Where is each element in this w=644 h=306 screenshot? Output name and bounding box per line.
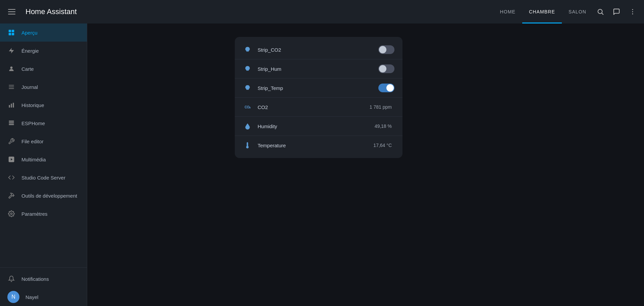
chat-button[interactable] (609, 4, 624, 19)
sidebar-item-label: Énergie (21, 48, 39, 54)
hammer-icon (7, 192, 15, 200)
bulb-icon-strip-hum (243, 64, 252, 73)
sidebar-item-label: Historique (21, 102, 44, 108)
menu-button[interactable] (0, 0, 23, 23)
main-layout: Aperçu Énergie Carte Journal (0, 23, 644, 306)
bulb-icon-strip-temp (243, 83, 252, 93)
sidebar-divider (0, 267, 87, 268)
sidebar-item-label: Studio Code Server (21, 175, 65, 181)
svg-point-4 (632, 13, 633, 14)
sensor-row-co2: CO₂ CO2 1 781 ppm (235, 98, 402, 117)
sidebar-item-label: File editor (21, 139, 44, 144)
sidebar-item-journal[interactable]: Journal (0, 78, 87, 96)
svg-rect-6 (12, 30, 14, 32)
esphome-icon (7, 119, 15, 127)
sensor-value-co2: 1 781 ppm (370, 104, 392, 110)
person-icon (7, 65, 15, 73)
bolt-icon (7, 47, 15, 55)
more-options-button[interactable] (625, 4, 640, 19)
sidebar-item-energie[interactable]: Énergie (0, 42, 87, 60)
sidebar-item-studio-code-server[interactable]: Studio Code Server (0, 168, 87, 187)
hamburger-icon (8, 9, 15, 14)
co2-icon: CO₂ (243, 102, 252, 112)
sensor-name-strip-co2: Strip_CO2 (258, 47, 373, 53)
svg-line-1 (602, 13, 603, 14)
svg-rect-16 (13, 103, 14, 107)
topbar-actions (593, 4, 644, 19)
svg-point-0 (598, 9, 602, 14)
code-icon (7, 173, 15, 182)
toggle-strip-temp[interactable] (378, 84, 394, 92)
sensor-row-strip-hum: Strip_Hum (235, 59, 402, 79)
app-title: Home Assistant (23, 7, 493, 16)
svg-rect-17 (9, 121, 14, 122)
sidebar-item-carte[interactable]: Carte (0, 60, 87, 78)
tab-chambre[interactable]: CHAMBRE (522, 0, 562, 23)
sidebar-item-parametres[interactable]: Paramètres (0, 205, 87, 223)
sidebar-item-label: Aperçu (21, 30, 38, 36)
thermometer-icon (243, 141, 252, 150)
user-avatar: N (7, 291, 19, 303)
drop-icon (243, 121, 252, 131)
sensor-row-humidity: Humidity 49,18 % (235, 117, 402, 136)
sensor-value-humidity: 49,18 % (375, 123, 392, 129)
sensor-row-strip-temp: Strip_Temp (235, 79, 402, 98)
sidebar-item-historique[interactable]: Historique (0, 96, 87, 114)
sidebar-item-outils[interactable]: Outils de développement (0, 187, 87, 205)
svg-point-2 (632, 9, 633, 10)
chart-icon (7, 101, 15, 109)
sensor-name-temperature: Temperature (258, 143, 368, 148)
sidebar-item-notifications[interactable]: Notifications (0, 270, 87, 288)
wrench-icon (7, 137, 15, 145)
svg-point-10 (10, 66, 13, 69)
sidebar: Aperçu Énergie Carte Journal (0, 23, 87, 306)
svg-rect-15 (11, 104, 12, 108)
sidebar-item-label: Journal (21, 84, 38, 90)
bulb-icon-strip-co2 (243, 45, 252, 54)
sidebar-item-label: ESPHome (21, 120, 45, 126)
svg-rect-8 (12, 33, 14, 35)
sidebar-item-label: Paramètres (21, 211, 48, 217)
toggle-strip-hum[interactable] (378, 64, 394, 73)
svg-rect-19 (9, 124, 14, 125)
topbar-tabs: HOME CHAMBRE SALON (493, 0, 593, 23)
sidebar-item-esphome[interactable]: ESPHome (0, 114, 87, 132)
sensor-value-temperature: 17,64 °C (373, 143, 392, 148)
svg-rect-18 (9, 122, 14, 123)
sidebar-item-label: Outils de développement (21, 193, 77, 199)
sidebar-item-multimedia[interactable]: Multimédia (0, 150, 87, 168)
topbar: Home Assistant HOME CHAMBRE SALON (0, 0, 644, 23)
sidebar-item-label: Multimédia (21, 157, 46, 162)
grid-icon (7, 29, 15, 37)
list-icon (7, 83, 15, 91)
svg-marker-9 (9, 48, 14, 54)
sidebar-user[interactable]: N Nayel (0, 288, 87, 306)
sidebar-item-apercu[interactable]: Aperçu (0, 23, 87, 42)
sensor-card: Strip_CO2 Strip_Hum (235, 37, 402, 158)
play-icon (7, 155, 15, 163)
tab-home[interactable]: HOME (493, 0, 522, 23)
sensor-name-humidity: Humidity (258, 123, 369, 129)
sensor-row-temperature: Temperature 17,64 °C (235, 136, 402, 155)
sensor-name-strip-temp: Strip_Temp (258, 85, 373, 91)
main-content: Strip_CO2 Strip_Hum (87, 23, 644, 306)
svg-point-3 (632, 11, 633, 12)
svg-rect-14 (9, 105, 10, 108)
tab-salon[interactable]: SALON (562, 0, 593, 23)
user-name: Nayel (25, 294, 38, 300)
svg-point-22 (11, 213, 12, 215)
sensor-name-co2: CO2 (258, 104, 364, 110)
sidebar-item-file-editor[interactable]: File editor (0, 132, 87, 150)
svg-rect-5 (9, 30, 11, 32)
sidebar-item-label: Notifications (21, 276, 49, 282)
gear-icon (7, 210, 15, 218)
sensor-row-strip-co2: Strip_CO2 (235, 40, 402, 59)
toggle-strip-co2[interactable] (378, 45, 394, 54)
sensor-name-strip-hum: Strip_Hum (258, 66, 373, 72)
svg-rect-7 (9, 33, 11, 35)
sidebar-item-label: Carte (21, 66, 34, 72)
search-button[interactable] (593, 4, 608, 19)
bell-icon (7, 275, 15, 283)
